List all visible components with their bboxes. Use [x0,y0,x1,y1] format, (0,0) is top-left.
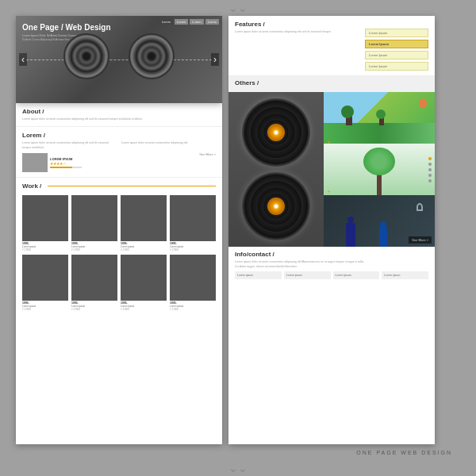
work-item-6: 1995. Lorem ipsum // 17906 [71,255,117,311]
work-tags-8: // 17906 [170,308,216,311]
arrow-bottom-icon: ⌄⌄ [228,462,248,474]
lorem-img-row: LOREM IPSUM ★★★★☆ [22,153,117,172]
info-box-4: Lorem ipsum [382,271,428,279]
rating-fill [50,167,72,168]
hero-main-title: One Page / Web Design [22,22,111,33]
work-thumb-8 [170,255,216,301]
gallery-images: See More » + + [324,92,435,247]
gallery-section: See More » + + [228,92,435,247]
features-section: Features / Lorem ipsum dolor sit amet co… [228,16,435,76]
nav-item-4[interactable]: Lorem [205,19,219,25]
work-item-7: 1995. Lorem ipsum // 17906 [121,255,167,311]
figure-2 [379,227,387,247]
feature-box-3: Lorem Ipsum [365,51,428,60]
others-section: Others / [228,76,435,92]
work-tags-1: // 17906 [22,248,68,251]
dot-3[interactable] [428,168,432,171]
bottom-label: ONE PAGE WEB DESIGN [356,450,452,455]
dot-1[interactable] [428,157,432,160]
nav-item-3[interactable]: Lorem [190,19,203,25]
balloon [419,98,427,108]
work-title: Work / [22,182,41,190]
feature-box-2: Lorem Ipsum [365,40,428,48]
features-right: Lorem Ipsum Lorem Ipsum Lorem Ipsum Lore… [365,21,428,71]
cd-right [129,33,175,79]
features-title: Features / [235,21,362,28]
right-page: Features / Lorem ipsum dolor sit amet co… [228,16,435,444]
work-thumb-5 [22,255,68,301]
work-tags-6: // 17906 [71,308,117,311]
lorem-rating-block: LOREM IPSUM ★★★★☆ [50,157,82,168]
tree-top-1 [341,106,354,118]
hero-dashed-line [26,60,212,60]
lorem-right-text: Lorem ipsum dolor sit amet consectetur a… [121,141,216,145]
gallery-img-nature [324,92,435,144]
gold-plus-1: + [327,139,331,146]
work-item-1: 1995. Lorem ipsum // 17906 [22,195,68,251]
dot-4[interactable] [428,174,432,177]
work-grid: 1995. Lorem ipsum // 17906 1995. Lorem i… [22,195,216,311]
figure-1 [346,223,355,247]
hero-navbar: Lorem Lorem Lorem Lorem [159,19,219,25]
work-thumb-3 [121,195,167,241]
work-thumb-4 [170,195,216,241]
lorem-title: Lorem / [22,132,117,139]
hero-section: Lorem Lorem Lorem Lorem One Page / Web D… [16,16,222,103]
lorem-left-text: Lorem ipsum dolor sit amet consectetur a… [22,141,117,150]
work-item-5: 1995. Lorem ipsum // 17906 [22,255,68,311]
work-thumb-1 [22,195,68,241]
see-more-gallery[interactable]: See More » [409,236,432,244]
features-left: Features / Lorem ipsum dolor sit amet co… [235,21,362,71]
main-container: ⌄⌄ Lorem Lorem Lorem Lorem One Page / We… [16,16,460,460]
work-tags-4: // 17906 [170,248,216,251]
nav-item-2[interactable]: Lorem [175,19,188,25]
gallery-dots [428,157,432,182]
lorem-section: Lorem / Lorem ipsum dolor sit amet conse… [16,127,222,178]
work-section: Work / 1995. Lorem ipsum // 17906 1995. … [16,178,222,316]
feature-box-1: Lorem Ipsum [365,29,428,37]
gallery-vinyl-column [228,92,324,247]
vinyl-record-2 [242,172,310,240]
hero-arrow-left[interactable]: ‹ [19,53,27,66]
about-title: About / [22,108,216,115]
work-tags-2: // 17906 [71,248,117,251]
gallery-img-tree [324,144,435,195]
vinyl-label-2 [267,198,285,215]
key-icon [416,203,423,211]
lorem-left: Lorem / Lorem ipsum dolor sit amet conse… [22,132,117,172]
info-grid: Lorem ipsum Lorem ipsum Lorem ipsum Lore… [235,271,428,279]
hero-arrow-right[interactable]: › [211,53,219,66]
work-tags-3: // 17906 [121,248,167,251]
tree-top-2 [376,109,386,119]
work-divider [48,186,216,186]
vinyl-record-1 [242,98,310,167]
dot-5[interactable] [428,179,432,182]
lorem-right: Lorem ipsum dolor sit amet consectetur a… [121,132,216,172]
about-text: Lorem ipsum dolor sit amet consectetur a… [22,117,216,121]
figure-2-head [380,221,386,228]
info-box-1: Lorem ipsum [235,271,282,279]
info-section: Info/contact / Lorem ipsum dolor sit ame… [228,247,435,283]
lorem-stars: ★★★★☆ [50,161,82,166]
see-more-left[interactable]: See More » [121,152,216,156]
work-header: Work / [22,182,216,192]
cd-left [63,33,109,79]
nature-ground [324,123,435,144]
features-text: Lorem ipsum dolor sit amet consectetur a… [235,30,362,34]
info-text: Lorem ipsum dolor sit amet consectetur a… [235,260,428,264]
others-title: Others / [235,79,428,86]
about-section: About / Lorem ipsum dolor sit amet conse… [16,103,222,127]
work-thumb-2 [71,195,117,241]
rating-bar [50,167,82,168]
dot-2[interactable] [428,163,432,166]
left-page: Lorem Lorem Lorem Lorem One Page / Web D… [16,16,222,444]
work-item-3: 1995. Lorem ipsum // 17906 [121,195,167,251]
nav-item-1[interactable]: Lorem [159,19,173,25]
info-subtext: Curabitur augue, dictum sit amet blandit… [235,265,428,268]
work-item-8: 1995. Lorem ipsum // 17906 [170,255,216,311]
work-item-2: 1995. Lorem ipsum // 17906 [71,195,117,251]
info-box-3: Lorem ipsum [333,271,380,279]
work-thumb-7 [121,255,167,301]
lorem-image [22,153,48,172]
work-thumb-6 [71,255,117,301]
